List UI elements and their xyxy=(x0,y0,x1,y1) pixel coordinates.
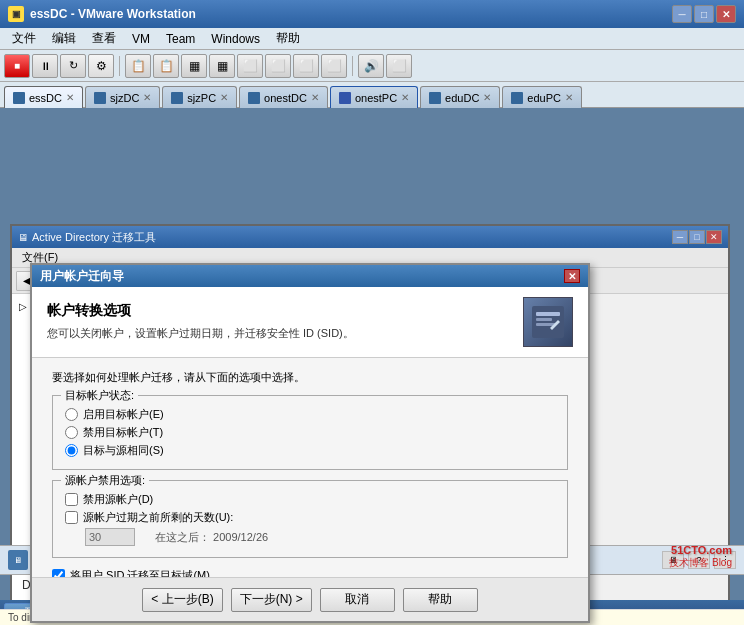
tab-onestdc-close[interactable]: ✕ xyxy=(311,92,319,103)
wizard-close-btn[interactable]: ✕ xyxy=(564,269,580,283)
menu-windows[interactable]: Windows xyxy=(203,30,268,48)
tree-expand-icon: ▷ xyxy=(16,299,30,313)
minimize-button[interactable]: ─ xyxy=(672,5,692,23)
toolbar: ■ ⏸ ↻ ⚙ 📋 📋 ▦ ▦ ⬜ ⬜ ⬜ ⬜ 🔊 ⬜ xyxy=(0,50,744,82)
toolbar-btn4[interactable]: ▦ xyxy=(181,54,207,78)
toolbar-btn8[interactable]: ⬜ xyxy=(293,54,319,78)
checkbox-expire-days-label: 源帐户过期之前所剩的天数(U): xyxy=(83,510,233,525)
help-button[interactable]: 帮助 xyxy=(403,588,478,612)
toolbar-refresh[interactable]: ↻ xyxy=(60,54,86,78)
wizard-dialog: 用户帐户迁向导 ✕ 帐户转换选项 您可以关闭帐户，设置帐户过期日期，并迁移安全性… xyxy=(30,263,590,623)
radio-same-label: 目标与源相同(S) xyxy=(83,443,164,458)
wizard-titlebar: 用户帐户迁向导 ✕ xyxy=(32,265,588,287)
radio-disable-target[interactable]: 禁用目标帐户(T) xyxy=(65,425,555,440)
wizard-title: 用户帐户迁向导 xyxy=(40,268,124,285)
tab-edupc[interactable]: eduPC ✕ xyxy=(502,86,582,108)
ad-close[interactable]: ✕ xyxy=(706,230,722,244)
tab-sjzpc[interactable]: sjzPC ✕ xyxy=(162,86,237,108)
tab-sjzdc-icon xyxy=(94,92,106,104)
tab-edupc-close[interactable]: ✕ xyxy=(565,92,573,103)
ad-window-icon: 🖥 xyxy=(18,232,28,243)
days-input[interactable] xyxy=(85,528,135,546)
tab-essdc[interactable]: essDC ✕ xyxy=(4,86,83,108)
toolbar-sep2 xyxy=(352,56,353,76)
vmware-title: essDC - VMware Workstation xyxy=(30,7,196,21)
cancel-button[interactable]: 取消 xyxy=(320,588,395,612)
tab-onestdc-icon xyxy=(248,92,260,104)
toolbar-btn7[interactable]: ⬜ xyxy=(265,54,291,78)
wizard-header-subtitle: 您可以关闭帐户，设置帐户过期日期，并迁移安全性 ID (SID)。 xyxy=(47,326,513,341)
wizard-footer: < 上一步(B) 下一步(N) > 取消 帮助 xyxy=(32,577,588,621)
ad-maximize[interactable]: □ xyxy=(689,230,705,244)
radio-enable-target[interactable]: 启用目标帐户(E) xyxy=(65,407,555,422)
tab-onestpc-close[interactable]: ✕ xyxy=(401,92,409,103)
menu-edit[interactable]: 编辑 xyxy=(44,28,84,49)
tab-essdc-close[interactable]: ✕ xyxy=(66,92,74,103)
tab-onestdc-label: onestDC xyxy=(264,92,307,104)
tab-sjzpc-label: sjzPC xyxy=(187,92,216,104)
prev-button[interactable]: < 上一步(B) xyxy=(142,588,222,612)
tab-edudc[interactable]: eduDC ✕ xyxy=(420,86,500,108)
tab-onestdc[interactable]: onestDC ✕ xyxy=(239,86,328,108)
toolbar-btn6[interactable]: ⬜ xyxy=(237,54,263,78)
menu-vm[interactable]: VM xyxy=(124,30,158,48)
vmware-icon: ▣ xyxy=(8,6,24,22)
tab-sjzpc-icon xyxy=(171,92,183,104)
checkbox-expire-days-input[interactable] xyxy=(65,511,78,524)
tabs-bar: essDC ✕ sjzDC ✕ sjzPC ✕ onestDC ✕ onestP… xyxy=(0,82,744,108)
toolbar-pause[interactable]: ⏸ xyxy=(32,54,58,78)
watermark-blog: 技术博客 Blog xyxy=(669,556,732,570)
next-button[interactable]: 下一步(N) > xyxy=(231,588,312,612)
toolbar-power-red[interactable]: ■ xyxy=(4,54,30,78)
checkbox-disable-source-input[interactable] xyxy=(65,493,78,506)
tab-sjzdc-close[interactable]: ✕ xyxy=(143,92,151,103)
ad-minimize[interactable]: ─ xyxy=(672,230,688,244)
checkbox-expire-days[interactable]: 源帐户过期之前所剩的天数(U): xyxy=(65,510,555,525)
toolbar-sep1 xyxy=(119,56,120,76)
wizard-body: 要选择如何处理帐户迁移，请从下面的选项中选择。 目标帐户状态: 启用目标帐户(E… xyxy=(32,358,588,595)
tab-sjzdc[interactable]: sjzDC ✕ xyxy=(85,86,160,108)
maximize-button[interactable]: □ xyxy=(694,5,714,23)
toolbar-btn9[interactable]: ⬜ xyxy=(321,54,347,78)
toolbar-btn5[interactable]: ▦ xyxy=(209,54,235,78)
radio-enable-label: 启用目标帐户(E) xyxy=(83,407,164,422)
tab-edupc-icon xyxy=(511,92,523,104)
vmware-titlebar: ▣ essDC - VMware Workstation ─ □ ✕ xyxy=(0,0,744,28)
svg-rect-2 xyxy=(536,318,552,321)
days-row: 在这之后： 2009/12/26 xyxy=(85,528,555,546)
wizard-header-icon xyxy=(523,297,573,347)
tab-onestpc-label: onestPC xyxy=(355,92,397,104)
tab-sjzpc-close[interactable]: ✕ xyxy=(220,92,228,103)
source-group-title: 源帐户禁用选项: xyxy=(61,473,149,488)
toolbar-btn1[interactable]: ⚙ xyxy=(88,54,114,78)
toolbar-btn3[interactable]: 📋 xyxy=(153,54,179,78)
menu-file[interactable]: 文件 xyxy=(4,28,44,49)
toolbar-btn2[interactable]: 📋 xyxy=(125,54,151,78)
radio-same-input[interactable] xyxy=(65,444,78,457)
checkbox-disable-source-label: 禁用源帐户(D) xyxy=(83,492,153,507)
tab-edudc-label: eduDC xyxy=(445,92,479,104)
radio-enable-input[interactable] xyxy=(65,408,78,421)
menu-help[interactable]: 帮助 xyxy=(268,28,308,49)
menu-bar: 文件 编辑 查看 VM Team Windows 帮助 xyxy=(0,28,744,50)
radio-disable-input[interactable] xyxy=(65,426,78,439)
checkbox-disable-source[interactable]: 禁用源帐户(D) xyxy=(65,492,555,507)
wizard-header: 帐户转换选项 您可以关闭帐户，设置帐户过期日期，并迁移安全性 ID (SID)。 xyxy=(32,287,588,358)
tab-essdc-icon xyxy=(13,92,25,104)
radio-disable-label: 禁用目标帐户(T) xyxy=(83,425,163,440)
menu-team[interactable]: Team xyxy=(158,30,203,48)
menu-view[interactable]: 查看 xyxy=(84,28,124,49)
tab-edudc-close[interactable]: ✕ xyxy=(483,92,491,103)
watermark-area: 51CTO.com 技术博客 Blog xyxy=(669,544,732,570)
wizard-header-title: 帐户转换选项 xyxy=(47,302,513,320)
tab-edupc-label: eduPC xyxy=(527,92,561,104)
toolbar-btn11[interactable]: ⬜ xyxy=(386,54,412,78)
target-account-group: 目标帐户状态: 启用目标帐户(E) 禁用目标帐户(T) 目标与源相同(S) xyxy=(52,395,568,470)
days-after-label: 在这之后： 2009/12/26 xyxy=(155,530,268,545)
tab-onestpc[interactable]: onestPC ✕ xyxy=(330,86,418,108)
watermark-51cto: 51CTO.com xyxy=(669,544,732,556)
ad-titlebar: 🖥 Active Directory 迁移工具 ─ □ ✕ xyxy=(12,226,728,248)
toolbar-btn10[interactable]: 🔊 xyxy=(358,54,384,78)
radio-same-as-source[interactable]: 目标与源相同(S) xyxy=(65,443,555,458)
close-button[interactable]: ✕ xyxy=(716,5,736,23)
